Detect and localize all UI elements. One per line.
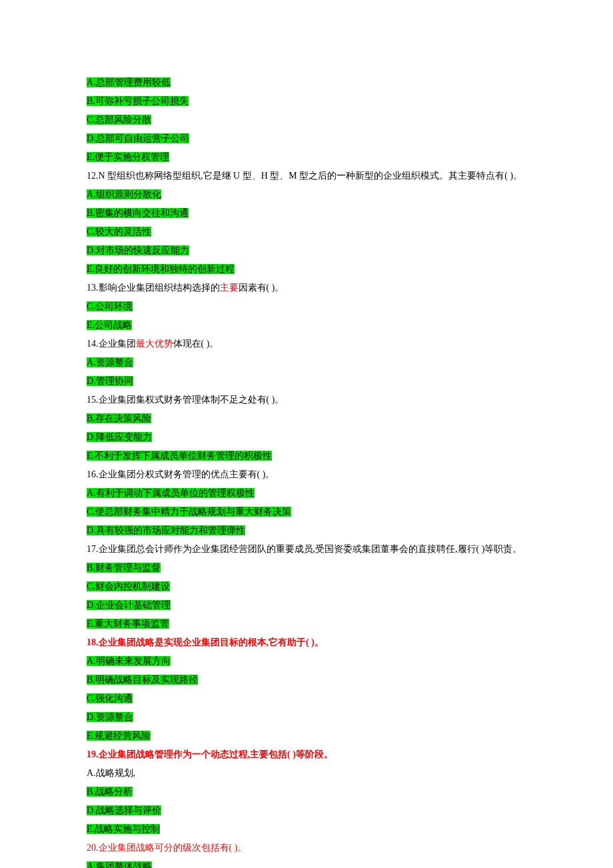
text-line: E.重大财务事项监管 — [87, 615, 526, 633]
text-content: C.较大的灵活性 — [87, 227, 151, 237]
text-content: D.降低应变能力 — [87, 432, 152, 442]
text-content: C.总部风险分散 — [87, 115, 151, 125]
text-content: A.资源整合 — [87, 357, 133, 367]
text-content: A.战略规划, — [87, 768, 135, 778]
text-line: 13.影响企业集团组织结构选择的主要因素有( )。 — [87, 279, 526, 297]
text-content: B.财务管理与监督 — [87, 563, 161, 573]
text-line: C.强化沟通 — [87, 689, 526, 708]
text-line: D.企业会计基础管理 — [87, 596, 526, 615]
document-body: A.总部管理费用较低B.可弥补亏损子公司损失C.总部风险分散D.总部可自由运营子… — [87, 73, 526, 868]
text-content: A.明确未来发展方向 — [87, 656, 171, 666]
text-line: 17.企业集团总会计师作为企业集团经营团队的重要成员,受国资委或集团董事会的直接… — [87, 540, 526, 559]
text-content: D.管理协同 — [87, 376, 133, 386]
text-content: C.使总部财务集中精力于战略规划与重大财务决策 — [87, 507, 291, 517]
text-line: 12.N 型组织也称网络型组织,它是继 U 型、H 型、M 型之后的一种新型的企… — [87, 167, 526, 185]
text-line: C.总部风险分散 — [87, 111, 526, 129]
text-content: B.存在决策风险 — [87, 413, 151, 423]
text-line: A.明确未来发展方向 — [87, 652, 526, 671]
text-line: 19.企业集团战略管理作为一个动态过程,主要包括( )等阶段。 — [87, 745, 526, 764]
text-content: 20.企业集团战略可分的级次包括有( )。 — [87, 843, 247, 853]
text-line: D.资源整合 — [87, 708, 526, 727]
text-content: B.战略分析 — [87, 787, 133, 797]
text-content: 16.企业集团分权式财务管理的优点主要有( )。 — [87, 469, 275, 479]
text-content: D.总部可自由运营子公司 — [87, 133, 189, 143]
text-line: E.公司战略 — [87, 316, 526, 335]
text-line: B.财务管理与监督 — [87, 559, 526, 577]
text-content: A.总部管理费用较低 — [87, 77, 171, 87]
text-content: D.具有较强的市场应对能力和管理弹性 — [87, 525, 245, 535]
text-line: B.战略分析 — [87, 783, 526, 801]
text-line: A.有利于调动下属成员单位的管理权极性 — [87, 484, 526, 503]
text-content: C.强化沟通 — [87, 693, 133, 703]
text-content: D.资源整合 — [87, 712, 133, 722]
text-content: B.明确战略目标及实现路径 — [87, 675, 198, 685]
text-content: A.集团整体战略 — [87, 861, 152, 868]
text-line: A.集团整体战略 — [87, 857, 526, 868]
text-segment: 因素有( )。 — [239, 283, 285, 293]
text-content: E.公司战略 — [87, 320, 132, 330]
text-line: 15.企业集团集权式财务管理体制不足之处有( )。 — [87, 391, 526, 409]
text-line: D.降低应变能力 — [87, 428, 526, 447]
text-line: 14.企业集团最大优势体现在( )。 — [87, 335, 526, 353]
text-line: A.组织原则分散化 — [87, 185, 526, 204]
text-content: 12.N 型组织也称网络型组织,它是继 U 型、H 型、M 型之后的一种新型的企… — [87, 171, 522, 181]
text-line: B.可弥补亏损子公司损失 — [87, 92, 526, 111]
text-line: D.对市场的快速反应能力 — [87, 241, 526, 260]
text-content: E.战略实施与控制 — [87, 824, 160, 834]
text-content: E.良好的创新环境和独特的创新过程 — [87, 264, 235, 274]
text-segment: 最大优势 — [136, 339, 173, 349]
text-content: D.企业会计基础管理 — [87, 600, 171, 610]
text-content: A.有利于调动下属成员单位的管理权极性 — [87, 488, 255, 498]
text-segment: 主要 — [220, 283, 239, 293]
text-line: A.资源整合 — [87, 353, 526, 372]
text-content: E.不利于发挥下属成员单位财务管理的积极性 — [87, 451, 272, 461]
text-content: E.重大财务事项监管 — [87, 619, 169, 629]
text-line: C.财会内控机制建设 — [87, 577, 526, 596]
text-line: E.不利于发挥下属成员单位财务管理的积极性 — [87, 447, 526, 465]
text-line: C.公司环境 — [87, 297, 526, 316]
text-segment: 14.企业集团 — [87, 339, 136, 349]
text-line: B.明确战略目标及实现路径 — [87, 671, 526, 689]
text-line: E.战略实施与控制 — [87, 820, 526, 839]
text-line: 20.企业集团战略可分的级次包括有( )。 — [87, 839, 526, 857]
text-content: B.可弥补亏损子公司损失 — [87, 96, 189, 106]
text-content: E.规避经营风险 — [87, 731, 151, 741]
text-content: 18.企业集团战略是实现企业集团目标的根本,它有助于( )。 — [87, 637, 324, 647]
text-content: 19.企业集团战略管理作为一个动态过程,主要包括( )等阶段。 — [87, 749, 333, 759]
text-content: D.战略选择与评价 — [87, 805, 161, 815]
text-content: C.财会内控机制建设 — [87, 581, 170, 591]
text-line: B.存在决策风险 — [87, 409, 526, 428]
text-line: D.总部可自由运营子公司 — [87, 129, 526, 148]
text-content: E.便于实施分权管理 — [87, 152, 169, 162]
text-line: C.使总部财务集中精力于战略规划与重大财务决策 — [87, 503, 526, 521]
text-line: 18.企业集团战略是实现企业集团目标的根本,它有助于( )。 — [87, 633, 526, 652]
text-line: E.规避经营风险 — [87, 727, 526, 745]
text-content: 17.企业集团总会计师作为企业集团经营团队的重要成员,受国资委或集团董事会的直接… — [87, 544, 522, 554]
text-content: C.公司环境 — [87, 301, 133, 311]
text-line: A.总部管理费用较低 — [87, 73, 526, 92]
text-line: A.战略规划, — [87, 764, 526, 783]
text-line: E.便于实施分权管理 — [87, 148, 526, 167]
text-line: C.较大的灵活性 — [87, 223, 526, 241]
text-line: D.战略选择与评价 — [87, 801, 526, 820]
text-content: D.对市场的快速反应能力 — [87, 245, 189, 255]
text-line: E.良好的创新环境和独特的创新过程 — [87, 260, 526, 279]
text-segment: 体现在( )。 — [173, 339, 219, 349]
text-content: 15.企业集团集权式财务管理体制不足之处有( )。 — [87, 395, 284, 405]
text-line: B.密集的横向交往和沟通 — [87, 204, 526, 223]
text-content: A.组织原则分散化 — [87, 189, 161, 199]
text-segment: 13.影响企业集团组织结构选择的 — [87, 283, 220, 293]
text-line: 16.企业集团分权式财务管理的优点主要有( )。 — [87, 465, 526, 484]
text-line: D.具有较强的市场应对能力和管理弹性 — [87, 521, 526, 540]
text-line: D.管理协同 — [87, 372, 526, 391]
text-content: B.密集的横向交往和沟通 — [87, 208, 189, 218]
